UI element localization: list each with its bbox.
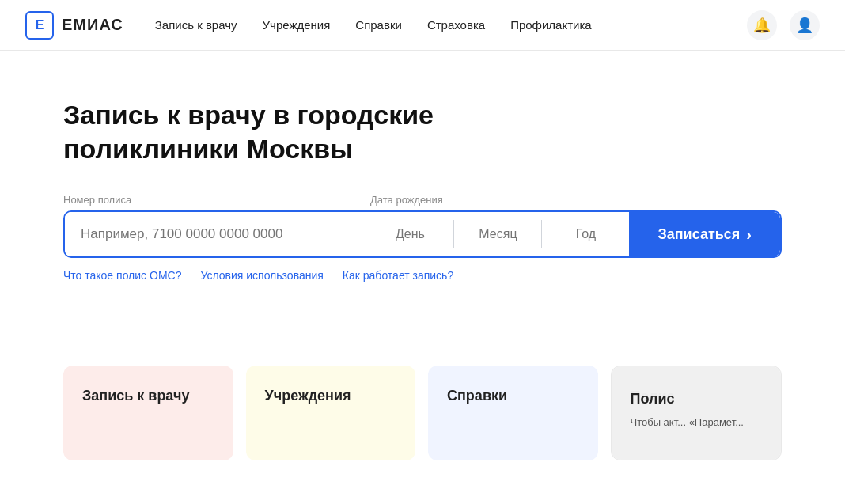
card-uchrezhdenia[interactable]: Учреждения [246, 366, 416, 460]
polis-overlay-content: Полис Чтобы акт... «Парамет... [631, 388, 744, 430]
hero-title: Запись к врачу в городские поликлиники М… [63, 98, 475, 165]
nav-item-zapis[interactable]: Запись к врачу [155, 18, 237, 32]
submit-button[interactable]: Записаться › [629, 212, 780, 256]
card-uchrezhdenia-title: Учреждения [265, 388, 351, 404]
card-polis[interactable]: Полис Полис Чтобы акт... «Парамет... [611, 366, 782, 460]
link-how[interactable]: Как работает запись? [343, 269, 453, 282]
month-input[interactable] [454, 212, 541, 256]
polis-overlay-desc: Чтобы акт... «Парамет... [631, 416, 744, 428]
user-profile-button[interactable]: 👤 [790, 10, 820, 40]
card-zapis-title: Запись к врачу [82, 388, 189, 404]
logo-text: ЕМИАС [62, 16, 123, 34]
nav-item-strahovka[interactable]: Страховка [427, 18, 485, 32]
link-conditions[interactable]: Условия использования [200, 269, 323, 282]
submit-label: Записаться [657, 226, 740, 243]
arrow-icon: › [746, 225, 752, 244]
nav-item-profilaktika[interactable]: Профилактика [510, 18, 592, 32]
booking-form-section: Номер полиса Дата рождения Записаться › … [63, 194, 782, 282]
header-icons: 🔔 👤 [747, 10, 820, 40]
polis-overlay: Полис Чтобы акт... «Парамет... [612, 366, 782, 460]
cards-section: Запись к врачу Учреждения Справки Полис … [0, 366, 845, 460]
form-links: Что такое полис ОМС? Условия использован… [63, 269, 782, 282]
polis-label: Номер полиса [63, 194, 364, 206]
nav-item-uchrezhdenia[interactable]: Учреждения [263, 18, 331, 32]
polis-overlay-title: Полис [631, 388, 744, 410]
card-spravki[interactable]: Справки [428, 366, 598, 460]
main-nav: Запись к врачу Учреждения Справки Страхо… [155, 18, 747, 32]
logo-icon: Е [25, 11, 54, 40]
year-input[interactable] [542, 212, 629, 256]
card-spravki-title: Справки [447, 388, 507, 404]
nav-item-spravki[interactable]: Справки [355, 18, 402, 32]
main-content: Запись к врачу в городские поликлиники М… [0, 51, 845, 328]
dob-label: Дата рождения [370, 194, 443, 206]
day-input[interactable] [366, 212, 453, 256]
notifications-button[interactable]: 🔔 [747, 10, 777, 40]
polis-input[interactable] [65, 212, 366, 256]
booking-form-row: Записаться › [63, 210, 782, 258]
form-labels: Номер полиса Дата рождения [63, 194, 782, 206]
card-zapis[interactable]: Запись к врачу [63, 366, 233, 460]
site-header: Е ЕМИАС Запись к врачу Учреждения Справк… [0, 0, 845, 51]
logo-link[interactable]: Е ЕМИАС [25, 11, 123, 40]
link-oms[interactable]: Что такое полис ОМС? [63, 269, 181, 282]
